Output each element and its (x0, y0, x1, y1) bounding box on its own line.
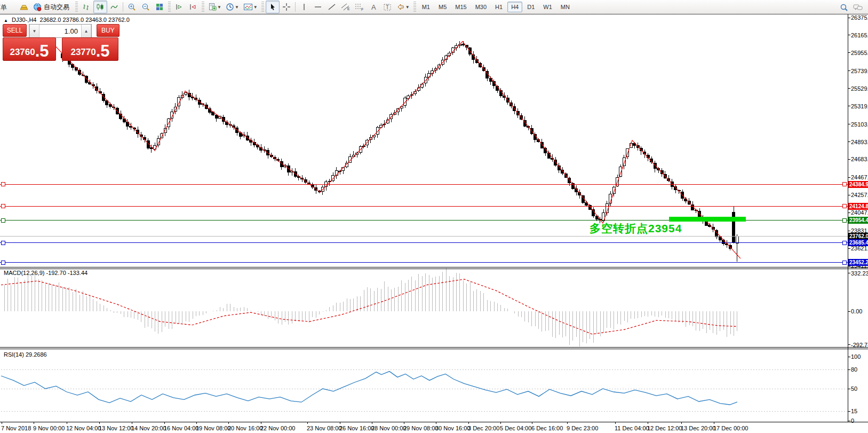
text-button[interactable]: A (367, 1, 380, 13)
time-axis-label: 28 Nov 00:00 (371, 425, 406, 431)
rsi-scale-label: 15 (851, 408, 857, 414)
auto-scroll-button[interactable] (172, 1, 186, 13)
timeframe-button-M15[interactable]: M15 (451, 2, 470, 12)
price-axis-chip: 23452.2 (848, 259, 868, 266)
time-axis-label: 14 Nov 20:00 (131, 425, 166, 431)
candlestick-chart-button[interactable] (93, 1, 107, 13)
buy-price-button[interactable]: 23770.5 (62, 37, 118, 61)
new-order-button[interactable]: 订单 (0, 2, 16, 12)
time-axis-label: 9 Nov 00:00 (33, 425, 65, 431)
time-axis-label: 6 Dec 16:00 (531, 425, 563, 431)
price-tick-label: 24893.0 (851, 139, 868, 145)
chart-canvas[interactable]: 26375.026165.025955.025739.025529.025319… (0, 0, 868, 433)
fibonacci-icon: F (355, 3, 364, 11)
time-axis-label: 23 Nov 08:00 (307, 425, 341, 431)
ingot-button[interactable] (17, 1, 31, 13)
volume-value[interactable]: 1.00 (39, 25, 81, 37)
text-label-button[interactable]: T (380, 1, 394, 13)
price-tick-label: 25319.0 (851, 103, 868, 109)
line-handle (1, 183, 5, 186)
vertical-line-button[interactable] (297, 1, 311, 13)
chat-button[interactable] (851, 1, 865, 14)
line-handle (842, 183, 846, 186)
periods-button[interactable]: ▼ (224, 1, 241, 13)
time-axis-label: 3 Dec 20:00 (468, 425, 499, 431)
price-axis-chip: 23685.4 (848, 239, 868, 246)
svg-text:E: E (347, 7, 350, 11)
price-tick-label: 24047.0 (851, 209, 868, 216)
sell-price-frac: .5 (35, 43, 49, 59)
timeframe-button-H4[interactable]: H4 (507, 2, 522, 12)
line-chart-button[interactable] (107, 1, 121, 13)
toolbar-separator (295, 2, 296, 12)
rsi-scale-label: 50 (851, 385, 857, 392)
search-button[interactable] (837, 1, 851, 14)
rsi-scale-label: 0 (851, 418, 854, 424)
time-axis-label: 12 Dec 12:00 (647, 425, 682, 431)
indicators-button[interactable]: ▼ (206, 1, 224, 13)
price-tick-label: 25529.0 (851, 85, 868, 92)
timeframe-button-MN[interactable]: MN (557, 2, 574, 12)
timeframe-button-W1[interactable]: W1 (539, 2, 556, 12)
fibonacci-button[interactable]: F (353, 1, 367, 13)
sell-price-button[interactable]: 23760.5 (3, 37, 56, 61)
equidistant-channel-button[interactable]: E (339, 1, 353, 13)
sell-price-int: 23760 (10, 45, 35, 59)
time-axis-label: 17 Dec 00:00 (713, 425, 748, 431)
candlestick-chart-icon (96, 3, 105, 11)
candle-body (462, 44, 465, 45)
timeframe-button-H1[interactable]: H1 (491, 2, 506, 12)
chat-icon (853, 3, 863, 12)
trade-panel-controls: SELL ▼ 1.00 ▲ BUY (3, 24, 120, 37)
arrows-button[interactable]: ▼ (394, 1, 412, 13)
rsi-label: RSI(14) 29.2686 (4, 351, 47, 358)
volume-spinner: ▼ 1.00 ▲ (29, 24, 92, 38)
vertical-line-icon (300, 3, 308, 11)
sell-button[interactable]: SELL (3, 24, 27, 37)
text-icon: A (369, 3, 378, 11)
trade-panel-prices: 23760.5 23770.5 (3, 37, 120, 61)
price-tick-label: 24467.0 (851, 174, 868, 180)
toolbar-right-group (837, 1, 865, 14)
chart-shift-icon (189, 3, 197, 11)
caret-down-icon: ▼ (32, 29, 36, 34)
line-handle (842, 218, 846, 222)
time-axis-label: 13 Nov 12:00 (99, 425, 133, 431)
timeframe-button-M30[interactable]: M30 (472, 2, 490, 12)
line-handle (1, 261, 5, 264)
timeframe-button-M5[interactable]: M5 (435, 2, 450, 12)
tile-windows-button[interactable] (153, 1, 166, 13)
price-axis-chip: 24124.8 (848, 203, 868, 210)
symbol-header: ▲ DJ30-,H4 23682.0 23786.0 23463.0 23762… (4, 17, 130, 23)
line-handle (842, 204, 846, 208)
trendline-button[interactable] (325, 1, 339, 13)
crosshair-button[interactable] (280, 1, 293, 13)
templates-button[interactable]: ▼ (241, 1, 260, 13)
time-axis-label: 29 Nov 08:00 (403, 425, 438, 431)
macd-scale-label: -292.74 (851, 342, 868, 348)
time-axis-label: 13 Dec 20:00 (681, 425, 715, 431)
volume-decrease-button[interactable]: ▼ (29, 25, 39, 37)
new-order-label: 订单 (0, 3, 7, 12)
zoom-out-button[interactable] (139, 1, 153, 13)
line-handle (1, 218, 5, 222)
search-icon (840, 3, 848, 12)
rsi-scale-label: 100 (851, 353, 861, 360)
chart-shift-button[interactable] (186, 1, 200, 13)
cursor-button[interactable] (266, 1, 280, 13)
svg-text:A: A (371, 3, 376, 11)
price-axis-chip: 23954.4 (848, 217, 868, 224)
timeframe-button-D1[interactable]: D1 (523, 2, 538, 12)
buy-button[interactable]: BUY (97, 24, 120, 37)
mt4-window: 订单 自动交易 (0, 0, 868, 433)
toolbar-grip (261, 2, 264, 12)
autotrading-button[interactable]: 自动交易 (31, 1, 74, 13)
candle-body (185, 92, 187, 94)
buy-price-frac: .5 (96, 43, 110, 59)
horizontal-line-button[interactable] (311, 1, 325, 13)
bar-chart-button[interactable] (79, 1, 93, 13)
zoom-in-button[interactable] (125, 1, 139, 13)
svg-text:T: T (386, 4, 389, 10)
timeframe-button-M1[interactable]: M1 (418, 2, 434, 12)
volume-increase-button[interactable]: ▲ (81, 25, 91, 37)
